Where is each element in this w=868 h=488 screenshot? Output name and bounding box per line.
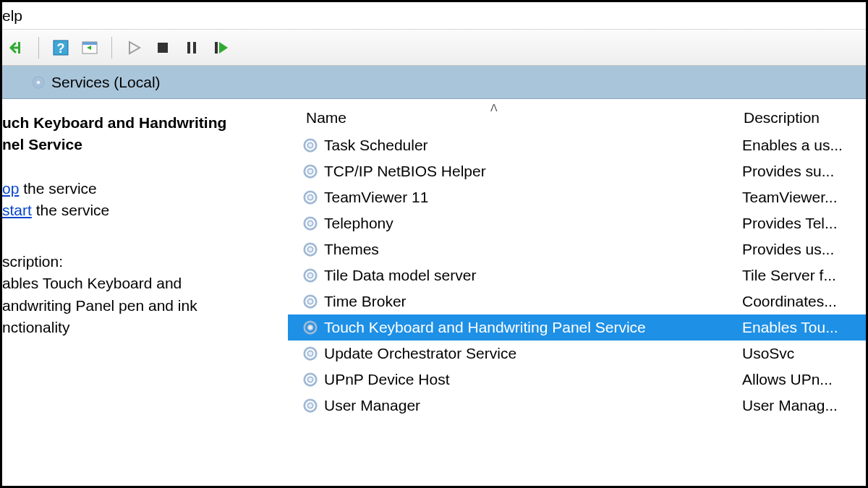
stop-service-suffix: the service <box>19 180 96 197</box>
service-gear-icon <box>302 398 318 414</box>
start-service-icon[interactable] <box>124 38 144 58</box>
service-description: UsoSvc <box>728 345 794 362</box>
service-gear-icon <box>302 346 318 361</box>
service-row[interactable]: User ManagerUser Manag... <box>288 393 866 419</box>
column-headers: ᐱ Name Description <box>288 99 866 128</box>
toolbar: ? <box>2 30 866 66</box>
service-row[interactable]: Task SchedulerEnables a us... <box>288 132 866 158</box>
svg-rect-0 <box>18 42 20 53</box>
service-description: Enables Tou... <box>728 319 838 336</box>
svg-point-19 <box>307 194 312 200</box>
service-actions: op the service start the service <box>2 178 275 222</box>
toolbar-separator <box>38 37 39 59</box>
service-gear-icon <box>302 137 318 153</box>
service-gear-icon <box>302 267 318 283</box>
service-gear-icon <box>302 215 318 231</box>
header-title: Services (Local) <box>51 74 161 91</box>
restart-service-icon[interactable] <box>210 38 231 58</box>
svg-point-13 <box>36 80 41 85</box>
restart-service-link[interactable]: start <box>2 202 32 218</box>
service-gear-icon <box>302 241 318 257</box>
service-name: Touch Keyboard and Handwriting Panel Ser… <box>323 319 728 336</box>
service-row[interactable]: TCP/IP NetBIOS HelperProvides su... <box>288 158 866 184</box>
services-window: elp ? Services (Local) <box>0 0 868 488</box>
help-icon[interactable]: ? <box>51 38 71 58</box>
service-description: Provides us... <box>728 241 834 258</box>
service-description: Provides Tel... <box>728 215 838 232</box>
svg-rect-4 <box>82 42 97 45</box>
service-row[interactable]: TelephonyProvides Tel... <box>288 210 866 236</box>
service-gear-icon <box>302 294 318 309</box>
description-label: scription: <box>2 251 275 273</box>
service-description: Enables a us... <box>728 137 843 154</box>
services-list-pane: ᐱ Name Description Task SchedulerEnables… <box>288 99 866 486</box>
service-description: Coordinates... <box>728 293 837 310</box>
svg-point-29 <box>307 325 312 330</box>
service-name: Themes <box>323 241 728 258</box>
selected-service-title: uch Keyboard and Handwriting nel Service <box>2 112 275 156</box>
service-description: TeamViewer... <box>728 189 838 206</box>
service-name: Update Orchestrator Service <box>323 345 728 362</box>
service-name: TeamViewer 11 <box>323 189 728 206</box>
service-description: Allows UPn... <box>728 371 833 388</box>
svg-marker-11 <box>219 42 228 53</box>
header-band: Services (Local) <box>2 66 866 99</box>
service-name: Telephony <box>323 215 728 232</box>
toolbar-separator <box>111 37 112 59</box>
service-name: TCP/IP NetBIOS Helper <box>323 163 728 180</box>
svg-point-23 <box>307 247 312 252</box>
stop-service-icon[interactable] <box>153 38 173 58</box>
column-header-name[interactable]: ᐱ Name <box>288 109 722 127</box>
service-name: UPnP Device Host <box>323 371 728 388</box>
description-text: ables Touch Keyboard and andwriting Pane… <box>2 273 275 338</box>
sort-ascending-icon: ᐱ <box>490 102 498 114</box>
svg-rect-8 <box>187 42 190 53</box>
svg-point-25 <box>307 273 312 278</box>
details-pane: uch Keyboard and Handwriting nel Service… <box>2 99 288 486</box>
service-row[interactable]: Tile Data model serverTile Server f... <box>288 262 866 288</box>
service-description: Provides su... <box>728 163 834 180</box>
svg-rect-7 <box>158 43 168 53</box>
service-row[interactable]: Touch Keyboard and Handwriting Panel Ser… <box>288 314 866 341</box>
content-area: uch Keyboard and Handwriting nel Service… <box>2 99 866 486</box>
service-row[interactable]: ThemesProvides us... <box>288 236 866 262</box>
service-row[interactable]: Update Orchestrator ServiceUsoSvc <box>288 341 866 367</box>
properties-icon[interactable] <box>80 38 100 58</box>
service-row[interactable]: UPnP Device HostAllows UPn... <box>288 367 866 393</box>
svg-point-33 <box>307 377 312 382</box>
service-name: Task Scheduler <box>323 137 728 154</box>
svg-point-21 <box>307 221 312 226</box>
menu-bar: elp <box>2 2 866 30</box>
svg-rect-9 <box>193 42 196 53</box>
svg-rect-10 <box>215 42 218 53</box>
service-name: Tile Data model server <box>323 267 728 284</box>
service-gear-icon <box>302 189 318 205</box>
column-header-description[interactable]: Description <box>722 109 820 127</box>
service-description: Tile Server f... <box>728 267 836 284</box>
svg-point-17 <box>307 168 312 174</box>
export-icon[interactable] <box>7 38 27 58</box>
svg-text:?: ? <box>57 41 65 56</box>
service-gear-icon <box>302 163 318 179</box>
services-list: Task SchedulerEnables a us...TCP/IP NetB… <box>288 132 866 419</box>
service-row[interactable]: TeamViewer 11TeamViewer... <box>288 184 866 210</box>
service-gear-icon <box>302 320 318 335</box>
service-row[interactable]: Time BrokerCoordinates... <box>288 288 866 314</box>
service-name: Time Broker <box>323 293 728 310</box>
svg-point-27 <box>307 299 312 304</box>
svg-marker-6 <box>129 42 140 53</box>
menu-help[interactable]: elp <box>2 4 30 27</box>
restart-service-suffix: the service <box>32 202 109 218</box>
pause-service-icon[interactable] <box>182 38 202 58</box>
svg-point-15 <box>307 142 312 147</box>
service-description: User Manag... <box>728 397 838 414</box>
svg-point-35 <box>307 403 312 408</box>
service-gear-icon <box>302 372 318 388</box>
service-name: User Manager <box>323 397 728 414</box>
services-gear-icon <box>31 75 46 90</box>
stop-service-link[interactable]: op <box>2 180 19 197</box>
svg-point-31 <box>307 351 312 356</box>
